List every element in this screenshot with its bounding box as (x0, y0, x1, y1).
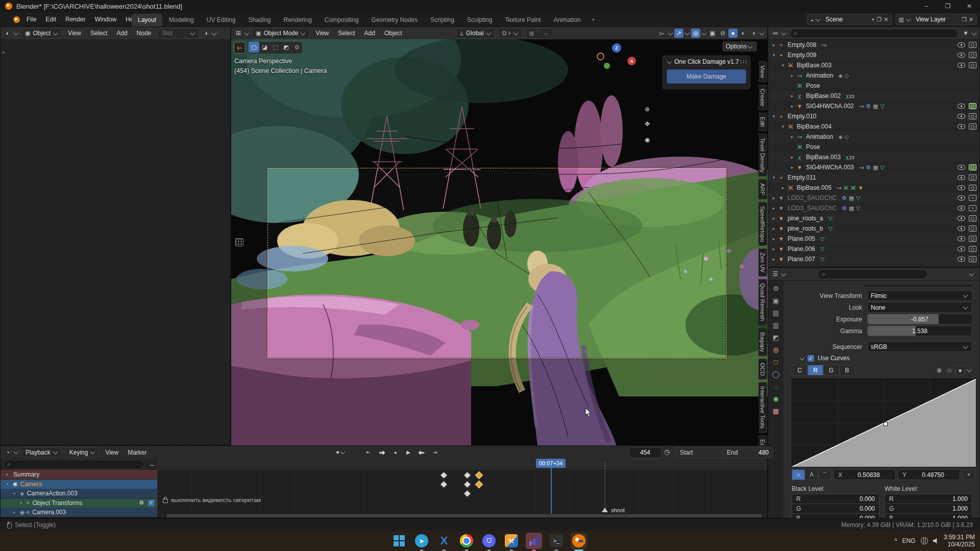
channel-search[interactable]: ⌕ (3, 460, 144, 469)
handle-type-button[interactable]: ⌒ (818, 469, 831, 480)
scene-selector[interactable]: ◒ Scene ⌖ ❐ ✕ (807, 14, 892, 25)
copy-icon[interactable]: ❐ (961, 16, 968, 23)
disable-render-icon[interactable] (969, 236, 976, 242)
display-mode-icon[interactable]: ≔ (771, 29, 780, 38)
channel-row[interactable]: ▾ ◈ CameraAction.003 (1, 489, 157, 498)
hide-viewport-icon[interactable] (958, 206, 965, 211)
hide-viewport-icon[interactable] (958, 124, 965, 129)
properties-tab-icon[interactable]: ⚙ (773, 285, 779, 292)
workspace-tab[interactable]: Geometry Nodes (365, 14, 424, 27)
taskbar-blender[interactable] (571, 533, 587, 549)
outliner-row[interactable]: ▸ ▼ Plane.007 ▽ (768, 254, 979, 264)
expand-caret-icon[interactable]: ▾ (4, 472, 11, 477)
camera-view-icon[interactable]: ◉ (642, 134, 653, 145)
properties-tab-icon[interactable]: ◩ (773, 334, 779, 341)
curve-tools-icon[interactable]: ● (955, 365, 965, 375)
menu-item[interactable]: Edit (41, 13, 61, 26)
hide-viewport-icon[interactable] (958, 226, 965, 231)
expand-caret-icon[interactable]: ▸ (770, 42, 777, 47)
transport-button[interactable]: ⇤ (362, 447, 375, 457)
language-indicator[interactable]: ENG (902, 537, 916, 544)
properties-tab-icon[interactable]: ▩ (773, 407, 779, 415)
disable-render-icon[interactable] (969, 164, 976, 170)
gamma-slider[interactable]: 1.538 (867, 325, 972, 336)
expand-caret-icon[interactable]: ▾ (770, 175, 777, 180)
outliner-row[interactable]: ▸ ↝ Animation ◈◇ (768, 70, 979, 81)
curve-zoom-in-icon[interactable]: ⊕ (935, 366, 944, 375)
sidebar-tab[interactable]: Interactive Tools (758, 382, 767, 433)
outliner-row[interactable]: ▸ ▼ pine_roots_a ▽ (768, 213, 979, 223)
disable-render-icon[interactable] (969, 205, 976, 211)
disable-render-icon[interactable] (969, 103, 976, 109)
show-gizmo-icon[interactable]: ↗ (674, 29, 683, 38)
outliner-row[interactable]: ▾ + Empty.011 (768, 172, 979, 183)
properties-search[interactable]: ⌕ (818, 269, 928, 279)
disable-render-icon[interactable] (969, 185, 976, 191)
outliner-row[interactable]: ▸ ▼ LOD3_SAUGChC ⚙▦▽ (768, 203, 979, 213)
timeline-scrollbar[interactable] (162, 514, 762, 517)
properties-tab-icon[interactable]: □ (774, 358, 778, 366)
shading-wireframe-icon[interactable]: ⊘ (718, 29, 727, 38)
properties-tab-icon[interactable]: ▥ (773, 321, 779, 329)
expand-caret-icon[interactable]: ▾ (779, 124, 787, 129)
expand-caret-icon[interactable]: ▸ (789, 165, 796, 170)
sidebar-tab[interactable]: View (758, 61, 767, 82)
menu-item[interactable]: Select (86, 27, 112, 39)
level-value-field[interactable]: G0.000 (792, 504, 879, 514)
blender-menu-icon[interactable] (13, 16, 20, 23)
properties-tab-icon[interactable]: ◌ (774, 383, 778, 390)
outliner-row[interactable]: ▸ ▼ Plane.005 ▽ (768, 234, 979, 244)
outliner-row[interactable]: ▸ ▼ LOD2_SAUGChC ⚙▦▽ (768, 193, 979, 203)
xray-toggle-icon[interactable]: ▣ (708, 29, 717, 38)
workspace-tab[interactable]: Rendering (277, 14, 317, 27)
sequencer-select[interactable]: sRGB (867, 341, 972, 352)
expand-caret-icon[interactable]: ▸ (770, 257, 777, 262)
editor-type-icon[interactable]: ◔ (3, 448, 12, 457)
channel-row[interactable]: ▸ ▹ Object Transforms ⚙✓ (1, 498, 157, 508)
menu-item[interactable]: View (311, 27, 333, 39)
workspace-tab[interactable]: Modeling (163, 14, 200, 27)
transport-button[interactable]: ▶ (402, 447, 415, 457)
make-damage-button[interactable]: Make Damage (667, 69, 746, 84)
marker-icon[interactable] (602, 508, 608, 512)
current-frame-field[interactable]: 454 (629, 447, 662, 458)
sidebar-tab[interactable]: ARP (758, 179, 767, 199)
hide-viewport-icon[interactable] (958, 104, 965, 109)
tray-chevron[interactable]: ^ (894, 537, 897, 544)
expand-caret-icon[interactable]: ▸ (789, 134, 796, 139)
outliner-row[interactable]: ▾ Ж BipBase.003 (768, 60, 979, 70)
handle-type-button[interactable]: ∩ (792, 469, 805, 480)
taskbar-x-app[interactable]: X (436, 533, 452, 549)
expand-caret-icon[interactable]: ▾ (770, 114, 777, 119)
hide-viewport-icon[interactable] (958, 175, 965, 180)
editor-type-icon[interactable]: ⊞ (234, 29, 243, 38)
taskbar-build-tool[interactable]: ⚒ (503, 533, 520, 549)
channel-button[interactable]: G (823, 365, 839, 375)
shading-rendered-icon[interactable]: ◑ (749, 29, 758, 38)
menu-item[interactable]: Render (61, 13, 90, 26)
handle-type-button[interactable]: Λ (805, 469, 818, 480)
zoom-icon[interactable]: ⊕ (642, 104, 653, 115)
axis-x[interactable]: X (627, 57, 636, 65)
panel-expander-icon[interactable]: » (2, 49, 5, 55)
hide-viewport-icon[interactable] (958, 165, 965, 170)
outliner-row[interactable]: ▸ Ж BipBase.005 ↝ЖЖ▼ (768, 183, 979, 193)
taskbar-telegram[interactable]: ➤ (413, 533, 430, 549)
menu-item[interactable]: Add (360, 27, 380, 39)
filter-icon[interactable]: ▼ (961, 29, 970, 38)
taskbar-terminal[interactable]: >_ (548, 533, 565, 549)
expand-arrows-icon[interactable]: ↔ (148, 460, 157, 469)
transport-button[interactable]: ⇥ (428, 447, 442, 457)
properties-tab-icon[interactable]: ◯ (772, 370, 780, 378)
menu-item[interactable]: Add (112, 27, 132, 39)
workspace-tab[interactable]: Shading (242, 14, 277, 27)
shading-solid-icon[interactable]: ● (728, 29, 738, 38)
show-overlays-icon[interactable]: ◎ (691, 29, 700, 38)
taskbar-analytics-app[interactable] (526, 533, 542, 549)
network-icon[interactable] (921, 537, 928, 544)
properties-tab-icon[interactable]: ◉ (773, 395, 778, 403)
view-layer-selector[interactable]: ▥ View Layer ❐ ✕ (895, 14, 977, 25)
orientation-select[interactable]: ⟂ Global (456, 28, 495, 39)
outliner-row[interactable]: ▸ ▼ SIG4HWChA.003 ↝⚙▦▽ (768, 162, 979, 172)
slot-select[interactable]: Slot (157, 28, 199, 39)
